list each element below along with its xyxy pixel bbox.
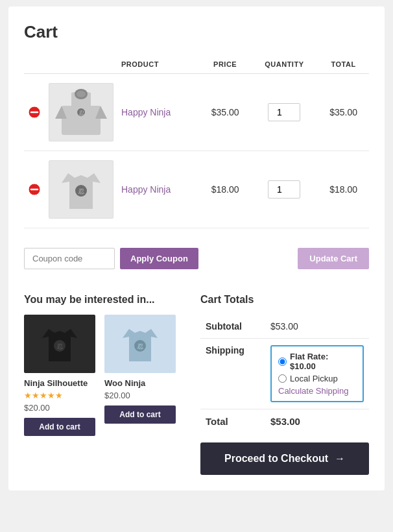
shipping-box: Flat Rate: $10.00 Local Pickup Calculate… [270,345,364,402]
checkout-arrow: → [335,453,345,465]
col-total-header: TOTAL [318,55,369,74]
coupon-input[interactable] [24,248,115,269]
svg-text:忍: 忍 [56,343,63,350]
apply-coupon-button[interactable]: Apply Coupon [120,248,198,269]
coupon-section: Apply Coupon [24,248,198,269]
interest-items: 忍 Ninja Silhouette ★★★★★ $20.00 Add to c… [24,315,187,436]
col-price-header: PRICE [200,55,251,74]
svg-point-6 [77,91,86,97]
flat-rate-label: Flat Rate: $10.00 [290,352,356,371]
cart-actions: Apply Coupon Update Cart [24,241,369,276]
page-title: Cart [24,22,369,42]
ninja-shirt-dark-svg: 忍 [37,321,82,367]
interest-name-1: Ninja Silhouette [24,378,95,388]
shipping-label: Shipping [200,339,265,409]
interest-name-2: Woo Ninja [104,378,176,388]
remove-icon [28,106,41,119]
interest-price-2: $20.00 [104,391,176,400]
page-container: Cart PRODUCT PRICE QUANTITY TOTAL [8,6,385,490]
quantity-input-1[interactable] [268,103,300,121]
product-price-2: $18.00 [211,184,239,195]
svg-text:忍: 忍 [78,110,84,116]
local-pickup-option[interactable]: Local Pickup [278,374,356,383]
add-to-cart-1-button[interactable]: Add to cart [24,418,95,436]
shipping-row: Shipping Flat Rate: $10.00 Local Pickup [200,339,369,409]
calculate-shipping-link[interactable]: Calculate Shipping [278,386,356,396]
cart-table: PRODUCT PRICE QUANTITY TOTAL [24,55,369,228]
col-product-header: PRODUCT [117,55,200,74]
ninja-shirt-light-svg: 忍 [117,321,163,367]
shipping-options: Flat Rate: $10.00 Local Pickup Calculate… [265,339,369,409]
interests-section: You may be interested in... 忍 Ninja Silh… [24,294,187,436]
interest-price-1: $20.00 [24,403,95,413]
totals-table: Subtotal $53.00 Shipping Flat Rate: $10.… [200,315,369,433]
local-pickup-label: Local Pickup [290,374,338,383]
remove-icon [28,183,41,196]
product-image-1: 忍 [49,83,113,141]
interest-thumb-2: 忍 [104,315,176,373]
product-total-1: $35.00 [329,107,357,117]
table-row: 忍 Happy Ninja $18.00 $18.00 [24,151,369,228]
interest-stars-1: ★★★★★ [24,391,95,400]
subtotal-value: $53.00 [265,315,369,339]
product-image-2: 忍 [49,160,113,219]
svg-text:忍: 忍 [78,188,84,195]
cart-totals-section: Cart Totals Subtotal $53.00 Shipping [200,294,369,475]
flat-rate-radio[interactable] [278,357,287,366]
product-total-2: $18.00 [329,184,357,195]
product-name-1[interactable]: Happy Ninja [121,107,171,117]
col-remove [24,55,45,74]
flat-rate-option[interactable]: Flat Rate: $10.00 [278,352,356,371]
update-cart-button[interactable]: Update Cart [298,248,369,269]
total-row: Total $53.00 [200,409,369,434]
total-value: $53.00 [265,409,369,434]
col-image [45,55,117,74]
col-quantity-header: QUANTITY [251,55,318,74]
remove-item-1-button[interactable] [28,106,41,119]
hoodie-svg: 忍 [55,86,107,138]
add-to-cart-2-button[interactable]: Add to cart [104,405,176,424]
table-row: 忍 Happy Ninja $35.00 $35.00 [24,74,369,151]
product-name-2[interactable]: Happy Ninja [121,184,171,195]
bottom-section: You may be interested in... 忍 Ninja Silh… [24,294,369,475]
subtotal-row: Subtotal $53.00 [200,315,369,339]
quantity-input-2[interactable] [268,180,300,199]
product-price-1: $35.00 [211,107,239,117]
subtotal-label: Subtotal [200,315,265,339]
checkout-button[interactable]: Proceed to Checkout → [200,442,369,475]
interest-card-1: 忍 Ninja Silhouette ★★★★★ $20.00 Add to c… [24,315,95,436]
cart-totals-heading: Cart Totals [200,294,369,306]
shirt-svg: 忍 [55,163,107,215]
local-pickup-radio[interactable] [278,374,287,383]
checkout-label: Proceed to Checkout [224,453,328,465]
remove-item-2-button[interactable] [28,183,41,196]
interest-thumb-1: 忍 [24,315,95,373]
total-label: Total [200,409,265,434]
interests-heading: You may be interested in... [24,294,187,306]
interest-card-2: 忍 Woo Ninja $20.00 Add to cart [104,315,176,436]
svg-text:忍: 忍 [137,343,143,350]
